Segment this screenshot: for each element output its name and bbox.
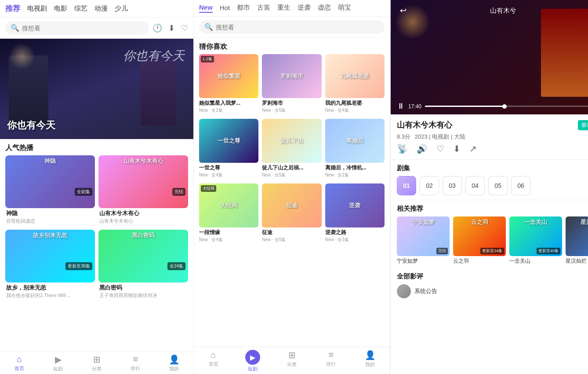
home-label: 首页 xyxy=(15,365,24,372)
download-icon[interactable]: ⬇ xyxy=(168,23,175,33)
mid-nav-mine[interactable]: 👤 我的 xyxy=(351,350,390,372)
left-nav-mine[interactable]: 👤 我的 xyxy=(155,354,193,372)
rec-card-8[interactable]: 征途 征途 New · 全5集 xyxy=(262,183,321,245)
favorite-icon[interactable]: ♡ xyxy=(181,23,188,33)
rec-card-7[interactable]: 大结局 大结局 一段情缘 New · 全4集 xyxy=(199,183,258,245)
related-card-text-1: 宁安如梦 xyxy=(397,216,450,228)
rec-card-title-6: 离婚后，冷情机... xyxy=(325,163,385,172)
mid-home-icon: ⌂ xyxy=(211,350,216,360)
nav-item-kids[interactable]: 少儿 xyxy=(115,4,128,13)
volume-button[interactable]: 🔊 xyxy=(417,143,428,154)
nav-item-tv[interactable]: 电视剧 xyxy=(27,4,47,13)
mid-bottom-nav: ⌂ 首页 ▶ 短剧 ⊞ 分类 ≡ 排行 👤 我的 xyxy=(194,347,390,374)
rec-card-3[interactable]: 九尾狐老婆 我的九尾狐老婆 New · 全4集 xyxy=(325,54,385,115)
hero-banner[interactable]: 你也有今天 你也有今天 xyxy=(0,39,193,139)
left-search-input-wrap[interactable]: 🔍 xyxy=(5,21,149,35)
speed-button[interactable]: 极速 ∨ xyxy=(578,120,588,130)
mid-nav-category[interactable]: ⊞ 分类 xyxy=(272,350,311,372)
mid-search-input[interactable] xyxy=(216,24,379,31)
ep-btn-01[interactable]: 01 xyxy=(397,176,416,195)
left-nav-short[interactable]: ▶ 短剧 xyxy=(39,354,77,372)
tab-xulian[interactable]: 虚恋 xyxy=(318,4,331,13)
rec-card-text-6: 离婚后 xyxy=(345,135,365,147)
popular-card-3[interactable]: 故乡别来无恙 更新至36集 故乡，别来无恙 我在他乡挺好的2,There Wil… xyxy=(5,230,95,301)
left-nav-home[interactable]: ⌂ 首页 xyxy=(0,354,39,372)
popular-card-img-2: 山有木兮木有心 完结 xyxy=(98,155,188,208)
rec-card-title-9: 逆袭之路 xyxy=(325,227,385,236)
nav-item-variety[interactable]: 综艺 xyxy=(74,4,87,13)
rec-card-4[interactable]: 一世之尊 一世之尊 New · 全4集 xyxy=(199,119,258,180)
tab-new[interactable]: New xyxy=(199,4,213,13)
rec-card-6[interactable]: 离婚后 离婚后，冷情机... New · 全2集 xyxy=(325,119,385,180)
related-title: 相关推荐 xyxy=(397,205,588,213)
video-back-button[interactable]: ↩ xyxy=(397,4,409,17)
share-button[interactable]: ↗ xyxy=(469,143,477,154)
left-nav-category[interactable]: ⊞ 分类 xyxy=(77,354,116,372)
tab-dushi[interactable]: 都市 xyxy=(237,4,250,13)
rec-card-text-1: 她似繁星 xyxy=(216,70,242,82)
reviews-section: 全部影评 系统公告 刚刚 xyxy=(391,269,588,302)
video-pause-button[interactable]: ⏸ xyxy=(397,102,405,111)
popular-card-badge-3: 更新至36集 xyxy=(65,262,92,270)
related-card-title-3: 一念关山 xyxy=(509,256,562,266)
tab-nixl[interactable]: 逆袭 xyxy=(298,4,311,13)
nav-item-movie[interactable]: 电影 xyxy=(54,4,67,13)
ep-btn-02[interactable]: 02 xyxy=(420,176,439,195)
ep-btn-06[interactable]: 06 xyxy=(511,176,530,195)
tab-chongsheng[interactable]: 重生 xyxy=(277,4,290,13)
mid-category-icon: ⊞ xyxy=(288,350,296,360)
rec-card-img-8: 征途 xyxy=(262,183,321,227)
rec-card-9[interactable]: 逆袭 逆袭之路 New · 全3集 xyxy=(325,183,385,245)
related-card-2[interactable]: 云之羽 更新至24集 云之羽 xyxy=(453,216,506,266)
ep-btn-05[interactable]: 05 xyxy=(488,176,508,195)
rec-card-5[interactable]: 徒儿下山 徒儿下山之后祸... New · 全5集 xyxy=(262,119,321,180)
mid-search-bar: 🔍 xyxy=(194,17,390,38)
video-progress-bar[interactable] xyxy=(425,106,588,107)
ep-btn-03[interactable]: 03 xyxy=(443,176,462,195)
rec-card-2[interactable]: 罗刹海市 罗刹海市 New · 全5集 xyxy=(262,54,321,115)
hero-figure-right xyxy=(141,60,176,126)
related-card-img-2: 云之羽 更新至24集 xyxy=(453,216,506,256)
episode-list: 01 02 03 04 05 06 xyxy=(397,176,588,195)
related-card-1[interactable]: 宁安如梦 完结 宁安如梦 xyxy=(397,216,450,266)
tab-hot[interactable]: Hot xyxy=(220,4,230,12)
video-top-bar: ↩ 山有木兮 弹 ⊡ xyxy=(391,0,588,21)
mid-nav-rank[interactable]: ≡ 排行 xyxy=(312,350,351,372)
mid-search-input-wrap[interactable]: 🔍 xyxy=(199,20,385,34)
rec-card-title-1: 她似繁星入我梦... xyxy=(199,98,258,107)
left-nav-rank[interactable]: ≡ 排行 xyxy=(116,354,155,372)
download-button[interactable]: ⬇ xyxy=(453,143,461,154)
tab-mengbao[interactable]: 萌宝 xyxy=(338,4,351,13)
cast-button[interactable]: 📡 xyxy=(397,143,408,154)
related-card-3[interactable]: 一念关山 更新至40集 一念关山 xyxy=(509,216,562,266)
tab-guzhuang[interactable]: 古装 xyxy=(257,4,270,13)
category-label: 分类 xyxy=(92,366,102,372)
short-drama-label: 短剧 xyxy=(53,366,63,372)
mid-nav-home[interactable]: ⌂ 首页 xyxy=(194,350,233,372)
left-search-input[interactable] xyxy=(22,25,144,32)
popular-card-2[interactable]: 山有木兮木有心 完结 山有木兮木有心 山有木兮木有心 xyxy=(98,155,188,226)
related-card-img-4: 星汉灿烂 xyxy=(566,216,588,256)
nav-item-anime[interactable]: 动漫 xyxy=(94,4,108,13)
rec-card-title-3: 我的九尾狐老婆 xyxy=(325,98,385,107)
related-grid: 宁安如梦 完结 宁安如梦 云之羽 更新至24集 云之羽 一念关山 更新至40集 … xyxy=(397,216,588,266)
popular-card-text-4: 黑白密码 xyxy=(98,230,188,241)
popular-card-img-3: 故乡别来无恙 更新至36集 xyxy=(5,230,95,282)
search-icon: 🔍 xyxy=(11,24,19,32)
video-player[interactable]: ↩ 山有木兮 弹 ⊡ ⏸ 17:40 36:24 ⛶ xyxy=(391,0,588,114)
rec-card-text-2: 罗刹海市 xyxy=(279,70,305,82)
nav-item-recommend[interactable]: 推荐 xyxy=(5,4,20,14)
popular-card-1[interactable]: 神隐 全剧集 神隐 百世轮回虚恋 xyxy=(5,155,95,226)
mid-nav-short[interactable]: ▶ 短剧 xyxy=(233,350,272,372)
rec-card-1[interactable]: 1-2集 她似繁星 她似繁星入我梦... New · 全2集 xyxy=(199,54,258,115)
like-button[interactable]: ♡ xyxy=(436,143,444,154)
related-card-badge-1: 完结 xyxy=(436,248,448,254)
history-icon[interactable]: 🕐 xyxy=(152,23,162,33)
left-search-bar: 🔍 🕐 ⬇ ♡ xyxy=(0,18,193,39)
related-card-4[interactable]: 星汉灿烂 星汉灿烂 xyxy=(566,216,588,266)
rec-card-text-9: 逆袭 xyxy=(347,200,362,211)
rec-card-text-4: 一世之尊 xyxy=(216,135,242,147)
ep-btn-04[interactable]: 04 xyxy=(465,176,485,195)
related-card-badge-3: 更新至40集 xyxy=(537,248,560,254)
popular-card-4[interactable]: 黑白密码 全24集 黑白密码 王子奇田雨苏晓彭膨伏对决 xyxy=(98,230,188,301)
